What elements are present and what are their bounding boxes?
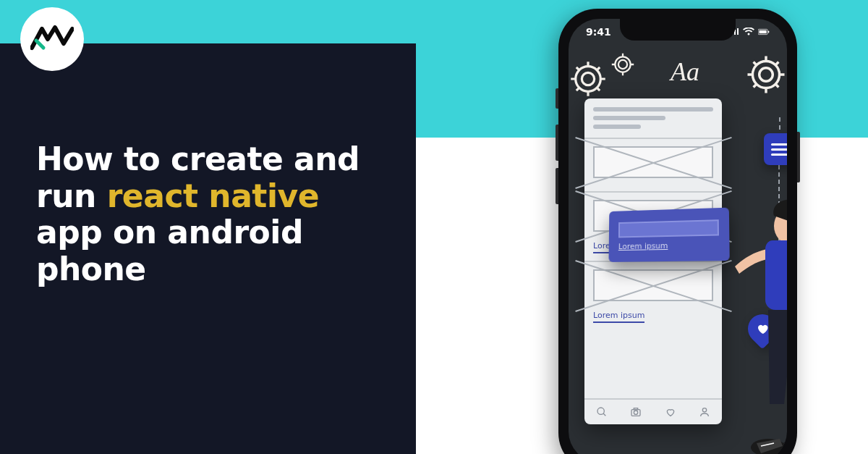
- svg-line-19: [754, 62, 757, 66]
- placeholder-text: Lorem ipsum: [593, 311, 644, 323]
- logo-mark-icon: [30, 25, 74, 54]
- card-placeholder-text: Lorem ipsum: [618, 240, 719, 251]
- svg-line-20: [775, 84, 779, 88]
- svg-line-9: [576, 67, 579, 70]
- phone-screen: 9:41 Aa: [569, 19, 787, 454]
- typography-aa-label: Aa: [671, 56, 699, 87]
- headline-title: How to create and run react native app o…: [36, 141, 398, 287]
- phone-volume-down: [556, 168, 558, 204]
- phone-mockup: 9:41 Aa: [558, 9, 797, 454]
- headline-line3: app on android: [36, 214, 303, 251]
- wireframe-bar: [593, 107, 713, 112]
- card-image-placeholder: [618, 219, 719, 237]
- phone-volume-up: [556, 125, 558, 161]
- headline-line2-before: run: [36, 177, 107, 214]
- svg-line-12: [576, 88, 579, 91]
- svg-rect-2: [768, 31, 769, 33]
- camera-icon: [630, 406, 642, 418]
- battery-icon: [758, 28, 770, 36]
- svg-point-23: [618, 60, 627, 69]
- svg-point-13: [760, 68, 773, 82]
- wireframe-row: Lorem ipsum: [584, 261, 722, 330]
- person-figure-icon: [732, 198, 787, 454]
- gear-icon: [609, 51, 637, 78]
- brand-logo: [20, 7, 84, 71]
- search-icon: [596, 406, 608, 418]
- headline-highlight: react native: [107, 177, 319, 214]
- svg-rect-1: [759, 30, 766, 33]
- user-icon: [699, 406, 710, 418]
- svg-point-37: [781, 439, 787, 454]
- wireframe-bar: [593, 116, 665, 120]
- gear-icon: [569, 59, 608, 98]
- wireframe-image-placeholder: [593, 146, 713, 178]
- wireframe-bar: [593, 125, 641, 129]
- svg-point-29: [597, 408, 604, 414]
- svg-line-11: [597, 67, 600, 70]
- wireframe-image-placeholder: [593, 269, 713, 301]
- wireframe-header: [584, 98, 722, 138]
- status-time: 9:41: [586, 26, 611, 38]
- svg-point-24: [615, 56, 630, 72]
- svg-rect-33: [634, 408, 638, 410]
- gear-icon: [745, 54, 787, 96]
- heart-icon: [665, 406, 676, 418]
- wireframe-row: [584, 138, 722, 191]
- headline-line1: How to create and: [36, 140, 359, 177]
- wifi-icon: [743, 28, 754, 36]
- phone-power-button: [797, 132, 800, 182]
- wireframe-bottom-nav: [584, 398, 722, 424]
- svg-point-32: [634, 411, 638, 414]
- svg-point-34: [703, 408, 707, 412]
- phone-notch: [620, 19, 736, 41]
- svg-line-22: [754, 84, 757, 88]
- illustration-scene: Aa Lorem ipsum: [576, 54, 780, 454]
- svg-line-10: [597, 88, 600, 91]
- floating-card: Lorem ipsum: [608, 208, 729, 262]
- svg-line-21: [775, 62, 779, 66]
- phone-mute-switch: [556, 88, 558, 109]
- svg-point-3: [582, 72, 594, 85]
- menu-icon-badge: [764, 133, 787, 165]
- headline-line4: phone: [36, 251, 146, 287]
- svg-line-30: [603, 413, 605, 416]
- person-illustration: [732, 198, 787, 454]
